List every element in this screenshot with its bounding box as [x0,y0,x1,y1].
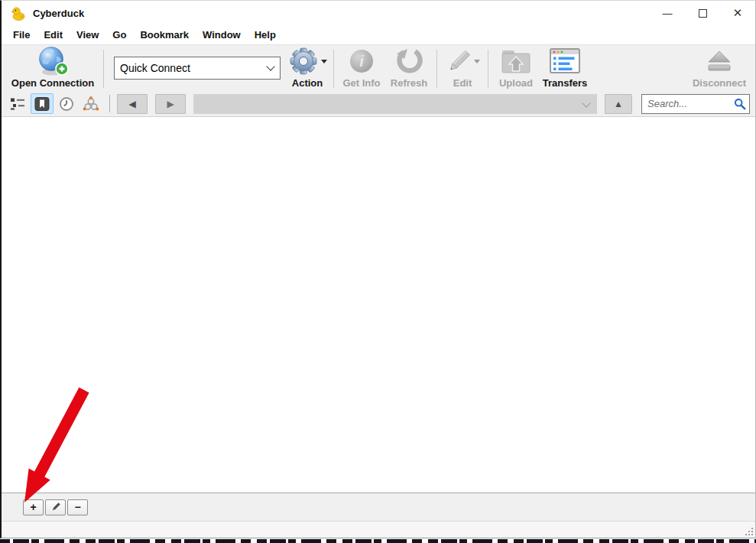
transfers-window-icon [549,45,581,77]
disconnect-button[interactable]: Disconnect [686,45,752,91]
up-arrow-icon: ▲ [614,99,623,109]
info-icon: i [348,45,375,77]
resize-grip[interactable] [743,525,753,535]
eject-icon [705,45,734,77]
maximize-button[interactable] [685,1,720,25]
open-connection-label: Open Connection [11,77,94,89]
pencil-icon [446,47,472,75]
title-bar: Cyberduck — ✕ [2,1,755,25]
get-info-label: Get Info [342,77,380,89]
menu-help[interactable]: Help [248,28,283,42]
cyberduck-duck-icon [11,6,26,21]
menu-window[interactable]: Window [196,28,248,42]
add-bookmark-button[interactable]: + [23,499,44,515]
status-bar [2,521,755,538]
toolbar-separator [488,50,488,88]
refresh-button[interactable]: Refresh [385,45,433,91]
edit-bookmark-button[interactable] [45,499,66,515]
bonjour-icon [83,96,99,112]
quick-connect-combobox[interactable] [114,57,281,80]
menu-edit[interactable]: Edit [37,28,70,42]
menu-view[interactable]: View [70,28,105,42]
forward-arrow-icon: ▶ [167,99,174,109]
bookmarks-view-button[interactable] [31,93,54,114]
edit-dropdown-arrow-icon[interactable] [474,60,480,63]
toolbar-spacer [590,45,686,91]
back-button[interactable]: ◀ [117,94,148,114]
transfers-button[interactable]: Transfers [540,45,590,91]
svg-text:i: i [359,53,364,70]
menu-bar: File Edit View Go Bookmark Window Help [2,25,755,44]
pencil-icon [50,502,61,512]
path-dropdown[interactable] [193,94,597,114]
quick-connect-input[interactable] [114,57,281,80]
window-title: Cyberduck [33,8,84,19]
outline-view-icon [10,97,25,111]
refresh-label: Refresh [391,77,427,89]
transfers-label: Transfers [543,77,588,89]
menu-bookmark[interactable]: Bookmark [133,28,196,42]
upload-label: Upload [499,77,533,89]
window-controls: — ✕ [650,1,755,25]
upload-folder-icon [500,45,532,77]
maximize-icon [699,9,707,18]
menu-file[interactable]: File [6,28,37,42]
clipped-text-strip [0,539,756,543]
history-view-button[interactable] [55,93,78,114]
close-button[interactable]: ✕ [720,1,755,25]
bookmark-icon [34,97,50,111]
edit-label: Edit [453,77,472,89]
cyberduck-window: Cyberduck — ✕ File Edit View Go Bookmark… [0,0,756,538]
clock-icon [59,96,74,112]
edit-button[interactable]: Edit [441,45,484,91]
bookmark-actions-bar: + − [2,493,755,521]
search-icon [734,98,746,110]
browser-nav-bar: ◀ ▶ ▲ [2,91,755,117]
toolbar-separator [103,50,104,88]
bookmark-list-area[interactable] [2,117,755,493]
open-connection-button[interactable]: Open Connection [6,45,99,91]
action-dropdown-arrow-icon[interactable] [321,60,327,63]
toolbar-separator [333,50,334,88]
open-connection-globe-icon [37,45,69,77]
forward-button[interactable]: ▶ [155,94,186,114]
chevron-down-icon [582,99,590,107]
disconnect-label: Disconnect [693,77,746,89]
bonjour-view-button[interactable] [79,93,102,114]
remove-bookmark-button[interactable]: − [67,499,88,515]
outline-view-button[interactable] [6,93,29,114]
toolbar-separator [436,50,437,88]
toolbar: Open Connection [2,44,755,91]
action-button[interactable]: Action [285,45,329,91]
get-info-button[interactable]: i Get Info [338,45,385,91]
gear-icon [288,46,319,76]
minimize-button[interactable]: — [650,1,685,25]
parent-directory-button[interactable]: ▲ [605,94,632,114]
refresh-icon [394,45,423,77]
action-label: Action [292,77,323,89]
back-arrow-icon: ◀ [128,99,135,109]
screenshot: Cyberduck — ✕ File Edit View Go Bookmark… [0,0,756,543]
upload-button[interactable]: Upload [492,45,540,91]
menu-go[interactable]: Go [105,28,133,42]
nav-separator [109,95,110,112]
search-field[interactable] [641,94,750,114]
